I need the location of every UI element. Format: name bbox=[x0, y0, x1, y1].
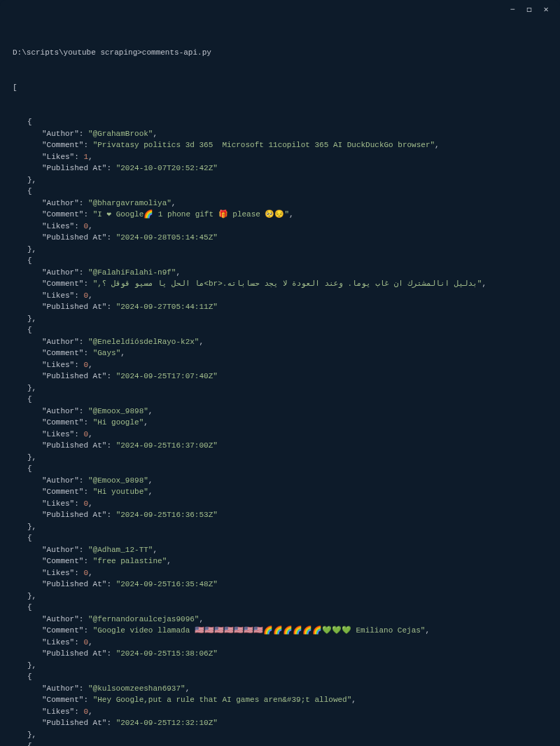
likes-row: "Likes": 0, bbox=[42, 637, 547, 649]
comment-row: "Comment": "free palastine", bbox=[42, 555, 547, 567]
object-close: }, bbox=[27, 313, 547, 325]
likes-row: "Likes": 1, bbox=[42, 151, 547, 163]
author-row: "Author": "@Adham_12-TT", bbox=[42, 544, 547, 556]
likes-row: "Likes": 0, bbox=[42, 706, 547, 718]
json-object: {"Author": "@Emoox_9898","Comment": "Hi … bbox=[13, 394, 547, 463]
object-open: { bbox=[27, 186, 547, 198]
object-open: { bbox=[27, 602, 547, 614]
author-row: "Author": "@fernandoraulcejas9096", bbox=[42, 614, 547, 626]
author-row: "Author": "@GrahamBrook", bbox=[42, 128, 547, 140]
terminal-window: − ◻ ✕ D:\scripts\youtube scraping>commen… bbox=[0, 0, 560, 746]
likes-row: "Likes": 0, bbox=[42, 359, 547, 371]
maximize-button[interactable]: ◻ bbox=[521, 0, 538, 20]
object-open: { bbox=[27, 255, 547, 267]
likes-row: "Likes": 0, bbox=[42, 290, 547, 302]
object-close: }, bbox=[27, 452, 547, 464]
published-row: "Published At": "2024-09-25T15:38:06Z" bbox=[42, 648, 547, 660]
object-close: }, bbox=[27, 382, 547, 394]
object-close: }, bbox=[27, 590, 547, 602]
comment-row: "Comment": "Privatasy politics 3d 365 Mi… bbox=[42, 139, 547, 151]
terminal-output[interactable]: D:\scripts\youtube scraping>comments-api… bbox=[0, 20, 560, 746]
likes-row: "Likes": 0, bbox=[42, 429, 547, 441]
json-object: {"Author": "@GrahamBrook","Comment": "Pr… bbox=[13, 116, 547, 186]
author-row: "Author": "@EneleldiósdelRayo-k2x", bbox=[42, 336, 547, 348]
author-row: "Author": "@Emoox_9898", bbox=[42, 406, 547, 417]
author-row: "Author": "@Emoox_9898", bbox=[42, 475, 547, 487]
published-row: "Published At": "2024-10-07T20:52:42Z" bbox=[42, 163, 547, 174]
object-open: { bbox=[27, 324, 547, 336]
likes-row: "Likes": 0, bbox=[42, 221, 547, 233]
comment-row: "Comment": "Hi google", bbox=[42, 417, 547, 429]
json-object: {"Author": "@FalahiFalahi-n9f","Comment"… bbox=[13, 255, 547, 324]
object-open: { bbox=[27, 671, 547, 683]
object-open: { bbox=[27, 116, 547, 128]
minimize-button[interactable]: − bbox=[504, 0, 521, 20]
published-row: "Published At": "2024-09-27T05:44:11Z" bbox=[42, 301, 547, 313]
published-row: "Published At": "2024-09-25T16:35:48Z" bbox=[42, 579, 547, 590]
comment-row: "Comment": "Google video llamada 🇺🇸🇺🇸🇺🇸🇺… bbox=[42, 625, 547, 637]
published-row: "Published At": "2024-09-25T17:07:40Z" bbox=[42, 371, 547, 382]
json-object: {"Author": "@Mayonnaise_77","Comment": "… bbox=[13, 740, 547, 746]
object-close: }, bbox=[27, 660, 547, 672]
object-close: }, bbox=[27, 174, 547, 186]
titlebar: − ◻ ✕ bbox=[0, 0, 560, 20]
json-object: {"Author": "@Adham_12-TT","Comment": "fr… bbox=[13, 532, 547, 602]
json-object: {"Author": "@fernandoraulcejas9096","Com… bbox=[13, 602, 547, 671]
object-open: { bbox=[27, 740, 547, 746]
json-object: {"Author": "@Emoox_9898","Comment": "Hi … bbox=[13, 463, 547, 532]
object-close: }, bbox=[27, 729, 547, 741]
published-row: "Published At": "2024-09-25T16:37:00Z" bbox=[42, 440, 547, 452]
json-object: {"Author": "@EneleldiósdelRayo-k2x","Com… bbox=[13, 324, 547, 394]
object-open: { bbox=[27, 394, 547, 406]
comment-row: "Comment": "Hey Google,put a rule that A… bbox=[42, 694, 547, 706]
likes-row: "Likes": 0, bbox=[42, 567, 547, 579]
object-open: { bbox=[27, 532, 547, 544]
author-row: "Author": "@FalahiFalahi-n9f", bbox=[42, 267, 547, 279]
author-row: "Author": "@bhargavramoliya", bbox=[42, 198, 547, 209]
comment-row: "Comment": "Hi youtube", bbox=[42, 486, 547, 498]
comment-row: "Comment": "I ❤ Google🌈 1 phone gift 🎁 p… bbox=[42, 209, 547, 221]
published-row: "Published At": "2024-09-25T12:32:10Z" bbox=[42, 717, 547, 729]
author-row: "Author": "@kulsoomzeeshan6937", bbox=[42, 683, 547, 695]
likes-row: "Likes": 0, bbox=[42, 498, 547, 510]
comment-row: "Comment": ",ما الحل يا مسيو قوقل ؟<br>.… bbox=[42, 278, 547, 290]
object-close: }, bbox=[27, 244, 547, 256]
published-row: "Published At": "2024-09-25T16:36:53Z" bbox=[42, 509, 547, 521]
json-object: {"Author": "@bhargavramoliya","Comment":… bbox=[13, 186, 547, 255]
object-open: { bbox=[27, 463, 547, 475]
published-row: "Published At": "2024-09-28T05:14:45Z" bbox=[42, 232, 547, 244]
comment-row: "Comment": "Gays", bbox=[42, 347, 547, 359]
close-button[interactable]: ✕ bbox=[538, 0, 554, 20]
json-array-open: [ bbox=[13, 82, 547, 94]
json-object: {"Author": "@kulsoomzeeshan6937","Commen… bbox=[13, 671, 547, 740]
object-close: }, bbox=[27, 521, 547, 533]
command-prompt: D:\scripts\youtube scraping>comments-api… bbox=[13, 47, 547, 59]
